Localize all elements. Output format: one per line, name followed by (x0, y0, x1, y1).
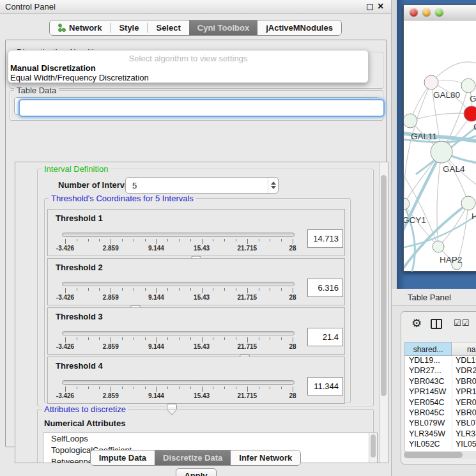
threshold-value-field[interactable]: 11.344 (307, 377, 343, 395)
bottom-tab-discretize-data[interactable]: Discretize Data (155, 450, 231, 465)
gear-icon[interactable]: ⚙ (411, 316, 422, 330)
tab-style[interactable]: Style (111, 20, 147, 35)
bottom-tab-infer-network[interactable]: Infer Network (231, 450, 300, 465)
table-cell-name[interactable]: YPR14 (452, 387, 476, 397)
slider-tick (88, 239, 89, 242)
slider-tick (224, 239, 225, 242)
table-cell-name[interactable]: YBR04 (452, 377, 476, 387)
table-cell-shared-name[interactable]: YDR27... (405, 366, 452, 376)
slider-tick-label: 15.43 (194, 245, 210, 252)
table-cell-name[interactable]: YIL05 (452, 440, 476, 450)
slider-track[interactable] (62, 282, 295, 286)
table-row[interactable]: YBL079WYBL07 (405, 418, 476, 429)
tab-select[interactable]: Select (148, 20, 188, 35)
tab-jactivemnodules[interactable]: jActiveMNodules (257, 20, 341, 35)
network-node[interactable] (404, 114, 417, 128)
network-node[interactable] (464, 106, 476, 121)
slider-tick (213, 387, 213, 389)
attributes-group-title: Attributes to discretize (42, 404, 128, 414)
table-cell-name[interactable]: YBR04 (452, 408, 476, 418)
algorithm-popup-item[interactable]: Equal Width/Frequency Discretization (8, 73, 368, 82)
table-cell-name[interactable]: YLR34 (452, 429, 476, 440)
slider-track[interactable] (62, 233, 295, 237)
float-window-icon[interactable] (367, 4, 373, 10)
slider-tick (179, 387, 180, 389)
table-row[interactable]: YIL052CYIL05 (405, 440, 476, 450)
slider-tick (134, 337, 134, 340)
close-traffic-light-icon[interactable] (410, 8, 418, 17)
table-cell-shared-name[interactable]: YBR043C (405, 377, 452, 387)
threshold-value-field[interactable]: 21.4 (307, 328, 343, 346)
table-cell-name[interactable]: YDR27 (452, 366, 476, 376)
bottom-tab-impute-data[interactable]: Impute Data (91, 450, 155, 465)
table-row[interactable]: YLR345WYLR34 (405, 429, 476, 440)
close-icon[interactable]: × (378, 1, 383, 12)
slider-tick-label: 9.144 (148, 294, 164, 301)
tab-label: Network (69, 23, 102, 33)
table-row[interactable]: YBR043CYBR04 (405, 377, 476, 387)
table-cell-name[interactable]: YDL19 (452, 356, 476, 366)
network-node-label: GAL80 (433, 90, 460, 100)
table-row[interactable]: YPR145WYPR14 (405, 387, 476, 397)
threshold-value-field[interactable]: 6.316 (307, 279, 343, 297)
table-cell-shared-name[interactable]: YIL052C (405, 440, 452, 450)
network-edge (410, 113, 472, 121)
slider-track[interactable] (62, 380, 295, 385)
table-cell-shared-name[interactable]: YBR045C (405, 408, 452, 418)
tab-label: Select (156, 23, 180, 33)
slider-tick (259, 239, 259, 242)
slider-track[interactable] (62, 331, 295, 335)
table-cell-shared-name[interactable]: YBL079W (405, 418, 452, 429)
algorithm-combobox[interactable] (19, 99, 385, 117)
slider-tick-label: 28 (289, 294, 296, 301)
network-node[interactable] (431, 141, 452, 163)
table-cell-shared-name[interactable]: YDL19... (405, 356, 452, 366)
network-node[interactable] (461, 196, 475, 210)
slider-tick (236, 288, 236, 291)
network-node[interactable] (424, 75, 438, 89)
interval-definition-title: Interval Definition (42, 164, 111, 174)
table-row[interactable]: YDL19...YDL19 (405, 356, 476, 366)
slider-tick (259, 337, 259, 340)
table-cell-shared-name[interactable]: YPR145W (405, 387, 452, 397)
slider-tick-label: 15.43 (194, 343, 210, 350)
network-graph-canvas[interactable]: GAL80GACGAL11GAL4GCY1HHAP2 (404, 20, 476, 272)
table-row[interactable]: YBR045CYBR04 (405, 408, 476, 418)
minimize-traffic-light-icon[interactable] (422, 8, 431, 17)
settings-vertical-scrollbar[interactable] (379, 162, 388, 463)
network-node[interactable] (461, 79, 475, 93)
zoom-traffic-light-icon[interactable] (435, 8, 443, 17)
slider-tick (224, 288, 225, 291)
algorithm-dropdown-popup: Select algorithm to view settings Manual… (8, 50, 369, 83)
select-columns-checkbox-icons[interactable]: ☑☑ (454, 318, 470, 328)
numerical-attribute-item[interactable]: SelfLoops (43, 433, 377, 445)
columns-icon[interactable] (431, 319, 442, 329)
slider-tick (65, 239, 66, 244)
threshold-value-field[interactable]: 14.713 (307, 229, 343, 248)
slider-tick-label: -3.426 (56, 392, 74, 399)
tab-network[interactable]: Network (50, 20, 110, 35)
bottom-tab-label: Impute Data (99, 453, 146, 463)
network-node[interactable] (433, 241, 444, 252)
cyni-toolbox-panel: Discretization Algorithm Table Data galF… (5, 40, 387, 447)
table-cell-name[interactable]: YBL07 (452, 418, 476, 429)
table-cell-shared-name[interactable]: YER054C (405, 398, 452, 408)
table-row[interactable]: YDR27...YDR27 (405, 366, 476, 376)
table-cell-shared-name[interactable]: YLR345W (405, 429, 452, 440)
network-window-titlebar (404, 5, 476, 20)
slider-tick-label: 2.859 (103, 245, 119, 252)
combo-stepper-icon[interactable] (268, 178, 278, 193)
slider-tick (134, 288, 134, 291)
tab-cyni-toolbox[interactable]: Cyni Toolbox (189, 20, 257, 35)
table-cell-name[interactable]: YER05 (452, 398, 476, 408)
slider-tick (190, 239, 191, 242)
number-of-intervals-combobox[interactable]: 5 (125, 177, 279, 194)
algorithm-popup-item[interactable]: Manual Discretization (8, 63, 368, 73)
table-horizontal-scrollbar[interactable] (404, 451, 476, 459)
column-header-shared-name[interactable]: shared... (404, 342, 452, 356)
apply-button[interactable]: Apply (176, 468, 217, 476)
column-header-name[interactable]: na (452, 342, 476, 356)
network-node[interactable] (404, 198, 410, 210)
table-row[interactable]: YER054CYER05 (405, 398, 476, 408)
slider-tick (202, 337, 203, 342)
